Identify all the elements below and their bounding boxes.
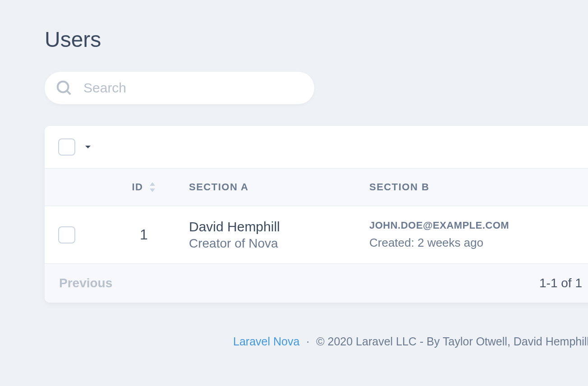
page-footer: Laravel Nova · © 2020 Laravel LLC - By T… [45, 335, 588, 348]
pagination-info: 1-1 of 1 [539, 276, 582, 290]
row-subtitle: Creator of Nova [189, 236, 369, 251]
page-title: Users [45, 27, 588, 52]
search-icon [55, 79, 73, 96]
row-id-value: 1 [99, 226, 189, 243]
users-table-card: ID SECTION A SECTION B 1 David Hemphill … [45, 126, 588, 303]
column-id-label: ID [132, 181, 143, 193]
chevron-down-icon[interactable] [83, 142, 93, 152]
search-wrapper [45, 72, 314, 104]
footer-copyright: © 2020 Laravel LLC - By Taylor Otwell, D… [316, 335, 588, 348]
search-input[interactable] [45, 72, 314, 104]
select-all-checkbox[interactable] [58, 138, 75, 156]
row-checkbox[interactable] [58, 226, 75, 244]
table-header-row: ID SECTION A SECTION B [45, 168, 588, 206]
sort-icon [149, 182, 156, 192]
table-footer: Previous 1-1 of 1 [45, 264, 588, 303]
svg-point-0 [58, 82, 69, 92]
row-name: David Hemphill [189, 219, 369, 234]
table-toolbar [45, 126, 588, 168]
column-section-a-label: SECTION A [189, 181, 248, 193]
row-email: JOHN.DOE@EXAMPLE.COM [369, 220, 588, 231]
previous-link[interactable]: Previous [59, 276, 112, 290]
footer-separator: · [306, 335, 309, 348]
table-row[interactable]: 1 David Hemphill Creator of Nova JOHN.DO… [45, 206, 588, 264]
column-section-b-label: SECTION B [369, 181, 429, 193]
column-header-id[interactable]: ID [99, 181, 189, 193]
row-created: Created: 2 weeks ago [369, 236, 588, 250]
svg-line-1 [67, 91, 70, 94]
footer-link[interactable]: Laravel Nova [233, 335, 299, 348]
